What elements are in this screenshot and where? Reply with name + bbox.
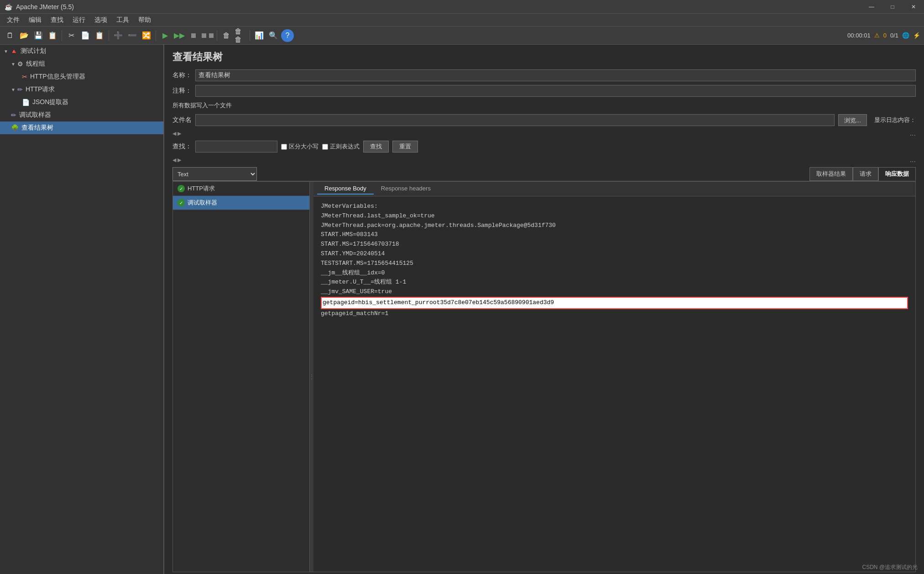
- menu-item-运行[interactable]: 运行: [68, 15, 90, 26]
- json-extractor-icon: 📄: [22, 99, 30, 106]
- menu-item-查找[interactable]: 查找: [46, 15, 68, 26]
- divider-arrow-1: ◀ ▶: [172, 131, 181, 137]
- menu-item-帮助[interactable]: 帮助: [134, 15, 156, 26]
- thread-count: 0/1: [890, 32, 898, 39]
- function-helper-button[interactable]: 📊: [253, 29, 266, 42]
- sep-5: [250, 30, 250, 41]
- search-input[interactable]: [195, 141, 277, 153]
- save-all-button[interactable]: 📋: [46, 29, 59, 42]
- http-request-icon: ✏: [17, 86, 23, 93]
- tab-sampler-result[interactable]: 取样器结果: [809, 167, 853, 181]
- menu-item-工具[interactable]: 工具: [112, 15, 134, 26]
- run-nonstop-button[interactable]: ▶▶: [173, 29, 186, 42]
- stop-button[interactable]: ⏹: [187, 29, 200, 42]
- resize-handle[interactable]: ⋮: [310, 182, 313, 572]
- results-body: ✓ HTTP请求 ✓ 调试取样器 ⋮ Respon: [172, 181, 916, 572]
- search-label: 查找：: [172, 142, 192, 151]
- copy-button[interactable]: 📄: [79, 29, 92, 42]
- minimize-button[interactable]: —: [861, 0, 882, 14]
- text-format-dropdown[interactable]: Text RegExp Tester CSS/JQuery Tester XPa…: [172, 167, 257, 181]
- name-label: 名称：: [172, 71, 192, 79]
- sidebar-item-label-http-header: HTTP信息头管理器: [30, 73, 85, 81]
- close-button[interactable]: ✕: [903, 0, 924, 14]
- response-line-11: getpageid=hbis_settlement_purroot35d7c8e…: [321, 297, 908, 309]
- thread-group-icon: ⚙: [17, 60, 23, 68]
- sep-2: [109, 30, 109, 41]
- help-button[interactable]: ?: [281, 29, 294, 42]
- toolbar: 🗒 📂 💾 📋 ✂ 📄 📋 ➕ ➖ 🔀 ▶ ▶▶ ⏹ ⏹⏹ 🗑 🗑🗑 📊 🔍 ?…: [0, 26, 924, 45]
- response-line-7: TESTSTART.MS=1715654415125: [321, 259, 908, 269]
- case-sensitive-checkbox[interactable]: [281, 144, 287, 150]
- debug-sampler-icon: ✏: [11, 111, 16, 119]
- panel-divider-2: ◀ ▶ ...: [164, 154, 924, 165]
- regex-checkbox[interactable]: [322, 144, 328, 150]
- cut-button[interactable]: ✂: [65, 29, 78, 42]
- regex-group: 正则表达式: [322, 142, 360, 151]
- sidebar-item-http-request[interactable]: ▼ ✏ HTTP请求: [0, 83, 163, 96]
- sidebar-item-label-view-results-tree: 查看结果树: [21, 124, 53, 132]
- results-panel: Text RegExp Tester CSS/JQuery Tester XPa…: [164, 165, 924, 574]
- tab-request[interactable]: 请求: [853, 167, 878, 181]
- menu-item-文件[interactable]: 文件: [2, 15, 24, 26]
- sep-3: [156, 30, 156, 41]
- new-button[interactable]: 🗒: [4, 29, 16, 42]
- tab-response-data[interactable]: 响应数据: [878, 167, 916, 181]
- warning-count: 0: [883, 32, 887, 39]
- search-row: 查找： 区分大小写 正则表达式 查找 重置: [164, 139, 924, 154]
- request-status-icon-http: ✓: [177, 185, 185, 192]
- case-sensitive-label: 区分大小写: [289, 142, 318, 151]
- response-line-12: getpageid_matchNr=1: [321, 309, 908, 319]
- request-item-debug[interactable]: ✓ 调试取样器: [173, 196, 309, 210]
- paste-button[interactable]: 📋: [93, 29, 106, 42]
- toggle-button[interactable]: 🔀: [140, 29, 153, 42]
- tree-arrow-test-plan: ▼: [4, 49, 8, 54]
- name-row: 名称：: [164, 68, 924, 83]
- tree-arrow-thread-group: ▼: [11, 62, 16, 67]
- panel-title: 查看结果树: [164, 45, 924, 68]
- sidebar: ▼ 🔺 测试计划 ▼ ⚙ 线程组 ✂ HTTP信息头管理器 ▼ ✏ HTTP请求…: [0, 45, 164, 574]
- sidebar-item-view-results-tree[interactable]: 🌳 查看结果树: [0, 121, 163, 134]
- file-section-label: 所有数据写入一个文件: [164, 99, 924, 112]
- sidebar-item-json-extractor[interactable]: 📄 JSON提取器: [0, 96, 163, 109]
- sidebar-item-test-plan[interactable]: ▼ 🔺 测试计划: [0, 45, 163, 58]
- comment-input[interactable]: [195, 85, 916, 97]
- sidebar-item-label-json-extractor: JSON提取器: [32, 98, 68, 106]
- menu-item-编辑[interactable]: 编辑: [24, 15, 46, 26]
- sidebar-item-debug-sampler[interactable]: ✏ 调试取样器: [0, 109, 163, 121]
- warning-icon: ⚠: [874, 32, 880, 39]
- search-button[interactable]: 🔍: [267, 29, 280, 42]
- stop-now-button[interactable]: ⏹⏹: [201, 29, 214, 42]
- response-line-5: START.MS=1715646703718: [321, 240, 908, 249]
- response-tabs: Response Body Response headers: [313, 182, 915, 196]
- clear-all-button[interactable]: 🗑🗑: [234, 29, 247, 42]
- filename-input[interactable]: [195, 114, 835, 126]
- window-controls: — □ ✕: [861, 0, 924, 14]
- divider-arrow-2: ◀ ▶: [172, 157, 181, 163]
- open-button[interactable]: 📂: [18, 29, 31, 42]
- tab-response-headers[interactable]: Response headers: [374, 183, 438, 195]
- sidebar-item-http-header[interactable]: ✂ HTTP信息头管理器: [0, 70, 163, 83]
- browse-button[interactable]: 浏览...: [838, 114, 867, 126]
- run-button[interactable]: ▶: [159, 29, 172, 42]
- response-line-1: JMeterVariables:: [321, 202, 908, 211]
- expand-button[interactable]: ➕: [112, 29, 125, 42]
- request-item-http[interactable]: ✓ HTTP请求: [173, 182, 309, 196]
- save-button[interactable]: 💾: [32, 29, 45, 42]
- maximize-button[interactable]: □: [882, 0, 903, 14]
- name-input[interactable]: [195, 69, 916, 81]
- content-area: 查看结果树 名称： 注释： 所有数据写入一个文件 文件名 浏览... 显示日志内…: [164, 45, 924, 574]
- sidebar-item-label-thread-group: 线程组: [26, 60, 45, 68]
- titlebar: ☕ Apache JMeter (5.5) — □ ✕: [0, 0, 924, 14]
- reset-button[interactable]: 重置: [392, 141, 418, 153]
- search-button-action[interactable]: 查找: [363, 141, 389, 153]
- collapse-button[interactable]: ➖: [126, 29, 139, 42]
- http-header-icon: ✂: [22, 73, 27, 80]
- clear-button[interactable]: 🗑: [220, 29, 233, 42]
- response-line-4: START.HMS=083143: [321, 230, 908, 240]
- menu-item-选项[interactable]: 选项: [90, 15, 112, 26]
- tab-response-body[interactable]: Response Body: [317, 183, 374, 195]
- watermark: CSDN @追求测试的光: [862, 563, 918, 571]
- dots-1: ...: [910, 129, 916, 137]
- timer-display: 00:00:01: [847, 32, 871, 39]
- sidebar-item-thread-group[interactable]: ▼ ⚙ 线程组: [0, 58, 163, 70]
